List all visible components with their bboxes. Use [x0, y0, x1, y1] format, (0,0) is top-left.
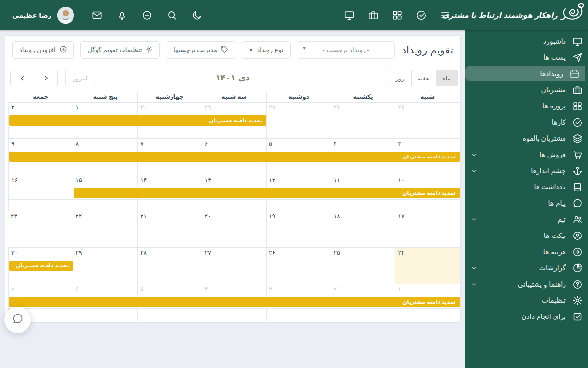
google-calendar-settings-button[interactable]: تنظیمات تقویم گوگل	[80, 41, 160, 59]
sidebar-item-settings[interactable]: تنظیمات	[466, 292, 588, 308]
day-header: دوشنبه	[266, 92, 331, 102]
gear-icon	[572, 295, 583, 306]
sidebar-item-help[interactable]: راهنما و پشتیبانی	[466, 276, 588, 292]
topbar-right-icons	[344, 10, 451, 21]
day-number: ۶	[205, 140, 208, 147]
sidebar-item-label: چشم اندازها	[531, 167, 566, 175]
day-cell[interactable]: ۱۸	[331, 211, 395, 247]
day-cell[interactable]: ۲۶	[266, 248, 331, 284]
event-bar[interactable]: تمدید دامنه مشتریان	[9, 152, 460, 162]
book-icon	[572, 182, 583, 192]
sidebar-item-messages[interactable]: پیام ها	[466, 195, 588, 211]
day-cell-today[interactable]: ۲۴	[395, 248, 460, 284]
day-cell[interactable]: ۲۷	[202, 248, 267, 284]
sidebar-item-label: پیام ها	[548, 199, 566, 207]
send-icon	[572, 53, 583, 63]
day-cell[interactable]: ۲۰	[202, 211, 267, 247]
view-button-2[interactable]: ماه	[436, 70, 458, 86]
calendar-icon	[569, 69, 580, 79]
sidebar-item-label: برای انجام دادن	[521, 313, 566, 320]
day-header: یکشنبه	[331, 92, 395, 102]
day-number: ۲۶	[398, 104, 404, 111]
day-cell[interactable]: ۲۵	[331, 248, 395, 284]
event-bar[interactable]: تمدید دامنه مشتریان	[9, 115, 266, 126]
grid-icon[interactable]	[392, 10, 403, 21]
check-circle-icon[interactable]	[416, 10, 427, 21]
event-label-select[interactable]: - رویداد برچسب - ▼	[297, 41, 395, 59]
manage-labels-button[interactable]: مدیریت برچسبها	[167, 41, 235, 59]
day-header: جمعه	[8, 92, 73, 102]
briefcase-icon[interactable]	[368, 10, 379, 21]
day-number: ۹	[11, 140, 14, 147]
grid-icon	[572, 101, 583, 111]
sidebar-item-label: مشتریان	[541, 86, 566, 94]
sidebar-item-sales[interactable]: فروش ها	[466, 147, 588, 162]
day-number: ۲۷	[334, 104, 340, 111]
day-cell[interactable]: ۱۶	[8, 175, 73, 211]
day-number: ۳۰	[11, 249, 18, 256]
day-cell[interactable]: ۱۷	[395, 211, 460, 247]
avatar[interactable]	[57, 7, 74, 24]
sidebar-item-leads[interactable]: مشتریان بالقوه	[466, 131, 588, 146]
event-label-select-value: - رویداد برچسب -	[323, 46, 369, 53]
day-number: ۸	[76, 140, 79, 147]
calendar-week-1: ۳۴۵۶۷۸۹تمدید دامنه مشتریان	[8, 138, 460, 175]
day-cell[interactable]: ۲۷	[331, 103, 395, 138]
chevron-down-icon	[471, 281, 477, 288]
event-bar[interactable]: تمدید دامنه مشتریان	[9, 261, 73, 271]
cart-icon	[572, 150, 583, 160]
sidebar-item-notes[interactable]: یادداشت ها	[466, 179, 588, 195]
sidebar-item-label: رویدادها	[540, 70, 563, 78]
sidebar-item-label: داشبورد	[543, 37, 566, 45]
view-button-1[interactable]: هفته	[411, 70, 436, 86]
day-number: ۲۸	[140, 249, 147, 256]
view-switcher: روزهفتهماه	[389, 70, 458, 86]
chevron-down-icon	[471, 152, 477, 158]
anchor-icon	[572, 166, 583, 176]
sidebar-item-tickets[interactable]: تیکت ها	[466, 228, 588, 243]
select-caret-icon: ▼	[302, 45, 307, 51]
event-bar[interactable]: تمدید دامنه مشتریان	[9, 297, 460, 307]
sidebar-item-events[interactable]: رویدادها	[466, 66, 585, 81]
day-cell[interactable]: ۲۸	[137, 248, 202, 284]
sidebar-item-posts[interactable]: پست ها	[466, 50, 588, 65]
sidebar-item-team[interactable]: تیم	[466, 211, 588, 227]
day-cell[interactable]: ۲۲	[73, 211, 138, 247]
day-cell[interactable]: ۲۸	[266, 103, 331, 138]
day-header: شنبه	[395, 92, 460, 102]
day-number: ۵	[140, 286, 143, 292]
sidebar-item-expenses[interactable]: هزینه ها	[466, 244, 588, 260]
sidebar-item-tasks[interactable]: کارها	[466, 114, 588, 130]
add-event-button[interactable]: افزودن رویداد	[12, 41, 74, 59]
sidebar-item-prospects[interactable]: چشم اندازها	[466, 163, 588, 179]
day-number: ۲۸	[269, 104, 275, 111]
topbar-left-icons	[92, 10, 202, 21]
plus-circle-icon	[59, 45, 67, 54]
event-type-button[interactable]: نوع رویداد ▼	[242, 41, 290, 59]
day-cell[interactable]: ۲۱	[137, 211, 202, 247]
day-headers: شنبهیکشنبهدوشنبهسه شنبهچهارشنبهپنج شنبهج…	[8, 92, 460, 102]
day-cell[interactable]: ۲۳	[8, 211, 73, 247]
logo[interactable]: راهکار هوشمند ارتباط با مشتری	[465, 2, 588, 28]
sidebar-item-reports[interactable]: گزارشات	[466, 260, 588, 276]
event-bar[interactable]: تمدید دامنه مشتریان	[74, 188, 460, 198]
view-button-0[interactable]: روز	[389, 70, 411, 86]
moon-icon[interactable]	[192, 10, 202, 21]
sidebar-item-dashboard[interactable]: داشبورد	[466, 33, 588, 49]
page-title: تقویم رویداد	[402, 44, 453, 56]
sidebar-item-todo[interactable]: برای انجام دادن	[466, 309, 588, 324]
sidebar-item-customers[interactable]: مشتریان	[466, 82, 588, 98]
plus-circle-icon[interactable]	[142, 10, 152, 21]
sidebar-item-projects[interactable]: پروژه ها	[466, 98, 588, 114]
search-icon[interactable]	[167, 10, 177, 21]
day-cell[interactable]: ۲۹	[73, 248, 138, 284]
bell-icon[interactable]	[117, 10, 127, 21]
day-cell[interactable]: ۲۶	[395, 103, 460, 138]
sidebar-item-label: پروژه ها	[542, 102, 566, 110]
day-cell[interactable]: ۱۹	[266, 211, 331, 247]
user-block[interactable]: رضا عظیمی	[0, 7, 74, 24]
calendar-week-4: ۲۴۲۵۲۶۲۷۲۸۲۹۳۰تمدید دامنه مشتریان	[8, 247, 460, 284]
monitor-icon[interactable]	[344, 10, 355, 21]
chat-fab-button[interactable]	[4, 307, 31, 333]
mail-icon[interactable]	[92, 10, 102, 21]
